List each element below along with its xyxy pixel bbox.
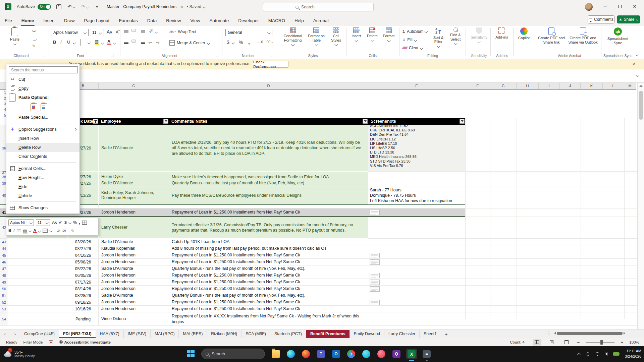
context-menu-search-input[interactable] — [9, 66, 78, 73]
percent-style-icon[interactable]: % — [239, 40, 243, 45]
saved-status[interactable]: • Saved — [187, 4, 201, 9]
cell-employee[interactable]: Jordon Henderson — [99, 272, 169, 279]
sheet-tab[interactable]: Benefit Premiums — [306, 330, 350, 338]
cell-styles-button[interactable]: Cell Styles — [328, 27, 344, 46]
decrease-font-icon[interactable]: Aˇ — [116, 30, 120, 35]
merge-center-button[interactable]: Merge & Center — [169, 40, 210, 46]
accounting-format-icon[interactable]: $ — [227, 40, 229, 45]
column-header[interactable]: K — [581, 83, 603, 89]
orientation-icon[interactable]: ab — [148, 28, 154, 34]
app-pink-icon[interactable] — [376, 349, 387, 359]
cell-screenshots[interactable] — [368, 292, 465, 299]
mini-borders-icon[interactable] — [43, 229, 48, 233]
column-header[interactable]: D — [169, 83, 368, 89]
font-size-select[interactable]: 11 — [90, 29, 104, 36]
cell-employee[interactable]: Sadie D'Alimonte — [99, 125, 169, 172]
edge-icon[interactable] — [285, 349, 296, 359]
sheet-tab[interactable]: SCA (M9F) — [241, 330, 270, 338]
cell-employee[interactable]: Jordon Henderson — [99, 279, 169, 286]
start-button[interactable] — [187, 350, 195, 358]
empty-cells[interactable] — [465, 205, 644, 208]
empty-cells[interactable] — [465, 279, 644, 286]
formula-bar-expand-icon[interactable] — [636, 74, 640, 77]
cell-employee[interactable]: Jordon Henderson — [99, 299, 169, 306]
sheet-tab[interactable]: Rizikon (M9H) — [207, 330, 241, 338]
header-employee[interactable]: Employee — [99, 118, 169, 125]
increase-decimal-icon[interactable]: ←.0 — [257, 40, 263, 44]
row-number[interactable]: 48 — [0, 272, 7, 279]
ribbon-tab[interactable]: Formulas — [114, 15, 142, 26]
share-button[interactable]: Share — [617, 15, 640, 23]
app-teal-icon[interactable] — [361, 349, 372, 359]
cell-screenshots[interactable]: Sarah - 77 Hours Dominique - 78.75 Hours… — [368, 186, 465, 205]
context-menu-item[interactable]: Unhide — [6, 191, 79, 200]
cell-comment[interactable]: Repayment of Loan in $1,250.00 Installme… — [169, 279, 368, 286]
screenshot-thumbnail[interactable] — [370, 300, 380, 305]
sheet-tab-options-icon[interactable]: ⋮ — [547, 330, 551, 336]
cell-check-date[interactable]: 07/17/26 — [68, 279, 99, 286]
fill-button[interactable]: ⇩ Fill — [402, 38, 417, 42]
cell-screenshots[interactable] — [368, 174, 465, 180]
align-center-icon[interactable] — [131, 40, 136, 43]
cell-screenshots[interactable] — [368, 252, 465, 259]
sheet-tab[interactable]: HAA (6Y7) — [96, 330, 124, 338]
context-menu-item[interactable]: Copilot Suggestions — [6, 125, 79, 134]
cell-comment[interactable]: Repayment of Loan in $1,250.00 Installme… — [169, 208, 368, 217]
align-middle-icon[interactable] — [131, 29, 136, 32]
cell-comment[interactable] — [169, 172, 368, 174]
font-dialog-launcher[interactable] — [111, 54, 113, 57]
align-top-icon[interactable] — [124, 30, 128, 33]
column-header[interactable]: J — [560, 83, 581, 89]
context-menu-item[interactable] — [6, 200, 79, 203]
calculator-icon[interactable]: = — [421, 349, 432, 359]
cell-a[interactable] — [7, 286, 68, 292]
cell-comment[interactable]: LOA effective 2/13/26, only pay 40 hours… — [169, 125, 368, 172]
mini-merge-icon[interactable] — [82, 221, 87, 225]
accounting-chevron-icon[interactable] — [232, 41, 235, 45]
app-purple-icon[interactable]: Q — [391, 349, 402, 359]
context-menu-item[interactable] — [6, 161, 79, 164]
copy-icon[interactable] — [33, 37, 36, 41]
formula-bar[interactable] — [0, 69, 644, 83]
horizontal-scroll-thumb[interactable] — [557, 332, 623, 335]
cell-screenshots[interactable] — [368, 299, 465, 306]
sheet-tab[interactable]: Larry Chessler — [384, 330, 420, 338]
align-left-icon[interactable] — [124, 41, 128, 44]
customize-qat-icon[interactable]: ▾ — [96, 5, 98, 9]
row-number[interactable]: 47 — [0, 265, 7, 272]
cell-a[interactable] — [7, 292, 68, 299]
mini-accounting-icon[interactable]: $ — [64, 220, 67, 225]
row-number[interactable]: 53 — [0, 306, 7, 312]
cell-a[interactable] — [7, 299, 68, 306]
format-cells-button[interactable]: Format — [381, 27, 396, 42]
sheet-nav-right-icon[interactable]: › — [10, 330, 20, 338]
ribbon-tab[interactable]: MACRO — [264, 15, 290, 26]
ribbon-tab[interactable]: Data — [143, 15, 162, 26]
cell-screenshots[interactable] — [368, 205, 465, 208]
mini-decrease-font-icon[interactable]: Aˇ — [59, 221, 63, 225]
maximize-button[interactable] — [612, 0, 627, 13]
context-menu-item[interactable]: Paste Special... — [6, 113, 79, 122]
excel-icon[interactable]: X — [406, 349, 417, 359]
ribbon-tab[interactable]: Page Layout — [79, 15, 114, 26]
sheet-tab[interactable]: Sheet1 — [420, 330, 441, 338]
cell-check-date[interactable]: 05/08/26 — [68, 259, 99, 265]
context-menu-item[interactable]: Delete Row — [6, 143, 79, 152]
scroll-left-icon[interactable] — [554, 332, 556, 335]
column-header[interactable]: H — [517, 83, 539, 89]
ribbon-tab[interactable]: Home — [17, 15, 39, 26]
paste-button[interactable]: Paste — [7, 27, 22, 45]
cell-comment[interactable]: Repayment of Loan in $1,250.00 Installme… — [169, 306, 368, 312]
empty-cells[interactable] — [465, 259, 644, 265]
ribbon-tab[interactable]: View — [185, 15, 205, 26]
number-format-select[interactable]: General — [225, 29, 272, 36]
cell-comment[interactable]: Quarterly Bonus - runs the last pay of m… — [169, 292, 368, 299]
cell-a[interactable] — [7, 312, 68, 326]
cell-comment[interactable]: Repayment of Loan in $1,250.00 Installme… — [169, 272, 368, 279]
empty-cells[interactable] — [465, 239, 644, 245]
copilot-button[interactable]: Copilot — [515, 27, 533, 40]
empty-cells[interactable] — [465, 265, 644, 272]
taskbar-clock[interactable]: 11:11 AM 3/24/2026 — [625, 349, 641, 359]
row-number[interactable]: 54 — [0, 312, 7, 326]
comments-button[interactable]: Comments — [588, 15, 614, 23]
